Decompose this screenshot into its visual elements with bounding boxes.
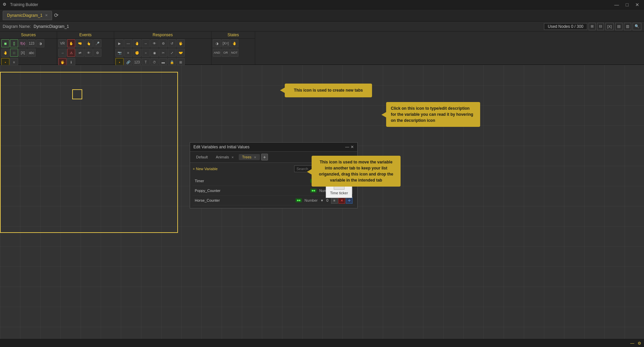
var-name-poppy: Poppy_Counter xyxy=(195,189,308,193)
tab-animals-label: Animals xyxy=(216,155,229,159)
var-arrow-horse: ▼ xyxy=(320,199,324,202)
dialog-title-bar: Edit Variables and Initial Values — ✕ xyxy=(190,143,357,152)
src-fx-icon[interactable]: f(x) xyxy=(19,39,27,47)
tab-trees-label: Trees xyxy=(242,155,251,159)
dialog-close-btn[interactable]: ✕ xyxy=(351,145,354,149)
used-nodes-display: Used Nodes 0 / 300 xyxy=(544,23,587,30)
tab-animals-close[interactable]: ✕ xyxy=(231,156,234,159)
state-not-icon[interactable]: NOT xyxy=(230,49,238,57)
resp-eye3-icon[interactable]: ◉ xyxy=(150,49,158,57)
responses-panel: Responses ▶ — 🤚 ↔ 👁 ⚙ ↺ 🖐 📷 ≡ ✊ ○ ◉ ✂ ⤢ … xyxy=(114,32,212,64)
title-bar-controls: — □ ✕ xyxy=(612,2,641,7)
resp-list2-icon[interactable]: ≡ xyxy=(124,49,132,57)
diagram-tab[interactable]: DynamicDiagram_1 ✕ xyxy=(3,11,52,20)
state-eq-icon[interactable]: [X=] xyxy=(222,39,230,47)
resp-circ-icon[interactable]: ○ xyxy=(142,49,150,57)
evt-swipe-icon[interactable]: ⇄ xyxy=(76,49,84,57)
evt-gear-icon[interactable]: ⚙ xyxy=(93,49,101,57)
toolbar-btn-6[interactable]: 🔍 xyxy=(633,23,641,30)
var-delete-btn-horse[interactable]: ✕ xyxy=(338,197,345,204)
events-header: Events xyxy=(57,32,114,39)
callout-new-tabs: This icon is used to create new tabs xyxy=(285,84,372,97)
tab-default-label: Default xyxy=(196,155,208,159)
resp-expand-icon[interactable]: ⤢ xyxy=(168,49,176,57)
tab-animals[interactable]: Animals ✕ xyxy=(213,154,237,160)
src-text-icon[interactable]: abc xyxy=(28,49,36,57)
resp-loop-icon[interactable]: ↺ xyxy=(168,39,176,47)
dialog-controls: — ✕ xyxy=(345,145,354,149)
var-type-horse: Number xyxy=(305,198,318,202)
callout-move-var-text: This icon is used to move the variable i… xyxy=(319,160,393,183)
toolbar-btn-1[interactable]: ⊞ xyxy=(589,23,596,30)
minimize-button[interactable]: — xyxy=(612,2,621,7)
new-variable-btn[interactable]: + New Variable xyxy=(193,167,218,171)
tab-default[interactable]: Default xyxy=(193,154,211,160)
responses-header: Responses xyxy=(114,32,211,39)
zoom-out-icon[interactable]: — xyxy=(630,341,634,346)
var-actions-horse: ≡ ✕ ✛ xyxy=(331,197,353,204)
evt-mic-icon[interactable]: 🎤 xyxy=(93,39,101,47)
resp-fist-icon[interactable]: ✊ xyxy=(133,49,141,57)
state-half-icon[interactable]: ◑ xyxy=(213,39,221,47)
tab-bar: DynamicDiagram_1 ✕ ⟳ xyxy=(0,9,644,21)
resp-hand3-icon[interactable]: 🖐 xyxy=(177,39,185,47)
dialog-minimize-btn[interactable]: — xyxy=(345,145,349,149)
resp-knife-icon[interactable]: ✂ xyxy=(159,49,167,57)
evt-vr-icon[interactable]: VR xyxy=(58,39,66,47)
states-panel: States ◑ [X=] 🤚 AND OR NOT xyxy=(212,32,255,64)
time-ticker-label: Time ticker xyxy=(330,191,348,195)
resp-hand-icon[interactable]: 🤚 xyxy=(133,39,141,47)
canvas-area[interactable]: Edit Variables and Initial Values — ✕ De… xyxy=(0,65,644,347)
src-var-icon[interactable]: [] xyxy=(10,39,18,47)
src-hand-icon[interactable]: 🤚 xyxy=(1,49,9,57)
resp-minus-icon[interactable]: — xyxy=(124,39,132,47)
src-box-icon[interactable]: □ xyxy=(10,49,18,57)
toolbar-btn-4[interactable]: ▤ xyxy=(615,23,623,30)
settings-icon[interactable]: ⚙ xyxy=(638,341,641,346)
tab-add-icon[interactable]: ⟳ xyxy=(54,12,58,18)
add-tab-btn[interactable]: + xyxy=(261,154,268,160)
dialog-title: Edit Variables and Initial Values xyxy=(193,145,249,149)
close-button[interactable]: ✕ xyxy=(633,2,641,7)
var-badge-horse: ■■ xyxy=(295,198,302,202)
tab-trees-close[interactable]: ✕ xyxy=(254,156,257,159)
resp-cam-icon[interactable]: 📷 xyxy=(116,49,124,57)
resp-eye2-icon[interactable]: 👁 xyxy=(150,39,158,47)
sources-panel: Sources ◼ [] f(x) 123 ◑ 🤚 □ [X] abc ▪ ≡ xyxy=(0,32,57,64)
status-bar: — ⚙ xyxy=(0,339,644,347)
src-cube-icon[interactable]: ◼ xyxy=(1,39,9,47)
var-value-horse: 0 xyxy=(326,198,328,202)
maximize-button[interactable]: □ xyxy=(624,2,631,7)
evt-arrow-icon[interactable]: → xyxy=(58,49,66,57)
toolbar-btn-5[interactable]: ▥ xyxy=(624,23,631,30)
tab-trees[interactable]: Trees ✕ xyxy=(239,154,260,160)
evt-eye-icon[interactable]: 👁 xyxy=(85,49,93,57)
states-header: States xyxy=(212,32,255,39)
var-name-timer: Timer xyxy=(195,179,308,183)
resp-hand4-icon[interactable]: 🤝 xyxy=(177,49,185,57)
tab-close-icon[interactable]: ✕ xyxy=(45,13,48,17)
src-bracket-icon[interactable]: [X] xyxy=(19,49,27,57)
src-num-icon[interactable]: 123 xyxy=(28,39,36,47)
evt-grab-icon[interactable]: 🤜 xyxy=(76,39,84,47)
state-hand5-icon[interactable]: 🤚 xyxy=(230,39,238,47)
toolbar-btn-3[interactable]: [X] xyxy=(605,23,614,30)
resp-set-icon[interactable]: ⚙ xyxy=(159,39,167,47)
evt-point-icon[interactable]: 👆 xyxy=(85,39,93,47)
title-bar: ⚙ Training Builder — □ ✕ xyxy=(0,0,644,9)
resp-play-icon[interactable]: ▶ xyxy=(116,39,124,47)
diagram-name-label: Diagram Name: xyxy=(3,24,31,29)
src-toggle-icon[interactable]: ◑ xyxy=(36,39,44,47)
sources-header: Sources xyxy=(0,32,57,39)
evt-warn-icon[interactable]: ⚠ xyxy=(67,49,75,57)
tab-label: DynamicDiagram_1 xyxy=(7,13,42,18)
state-or-icon[interactable]: OR xyxy=(222,49,230,57)
toolbar-btn-2[interactable]: ⊟ xyxy=(597,23,604,30)
var-desc-btn-horse[interactable]: ≡ xyxy=(331,197,338,204)
evt-hand-icon[interactable]: ✋ xyxy=(67,39,75,47)
callout-move-var: This icon is used to move the variable i… xyxy=(312,156,401,187)
state-and-icon[interactable]: AND xyxy=(213,49,221,57)
var-move-btn-horse[interactable]: ✛ xyxy=(346,197,353,204)
var-badge-poppy: ■■ xyxy=(310,189,317,193)
resp-arrows-icon[interactable]: ↔ xyxy=(142,39,150,47)
